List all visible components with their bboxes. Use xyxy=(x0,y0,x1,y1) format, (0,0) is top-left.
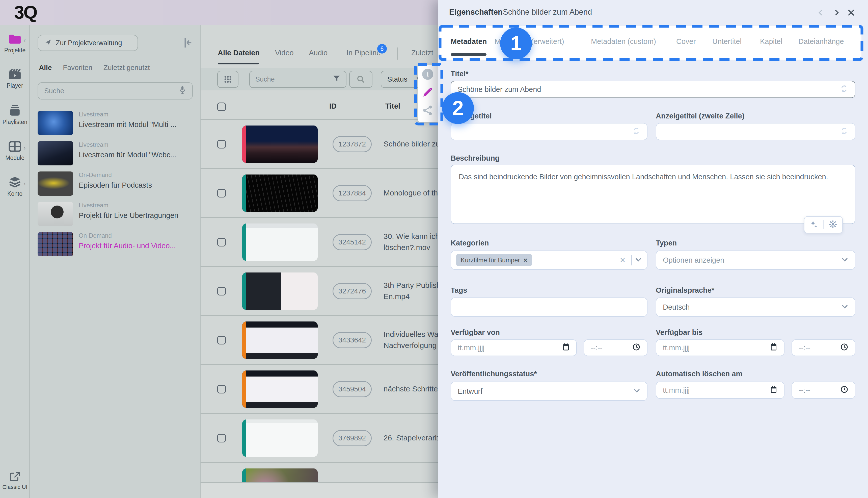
titel-input[interactable]: Schöne bilder zum Abend xyxy=(451,81,855,98)
file-search-input[interactable]: Suche xyxy=(249,71,347,88)
horizontal-scrollbar-track[interactable] xyxy=(201,482,438,498)
tab-in-pipeline[interactable]: In Pipeline xyxy=(347,49,380,57)
verfuegbar-bis-date-input[interactable]: tt.mm.jjjj xyxy=(656,339,785,356)
row-checkbox[interactable] xyxy=(217,238,226,247)
table-row[interactable] xyxy=(201,462,438,482)
tab-audio[interactable]: Audio xyxy=(309,49,327,57)
tab-dateianhaenge[interactable]: Dateianhänge xyxy=(798,37,844,46)
sync-icon[interactable] xyxy=(632,127,640,136)
kategorien-multiselect[interactable]: Kurzfilme für Bumper × × xyxy=(451,250,648,270)
grid-view-button[interactable] xyxy=(217,71,239,88)
clock-icon[interactable] xyxy=(840,343,848,353)
file-title: 30. Wie kann ichlöschen?.mov xyxy=(383,218,438,266)
typen-select[interactable]: Optionen anzeigen xyxy=(656,250,855,270)
row-checkbox[interactable] xyxy=(217,385,226,393)
tab-cover[interactable]: Cover xyxy=(676,37,696,46)
previous-item-button[interactable] xyxy=(815,7,826,18)
column-header-id[interactable]: ID xyxy=(329,102,337,110)
category-chip[interactable]: Kurzfilme für Bumper × xyxy=(456,254,532,266)
chevron-down-icon[interactable] xyxy=(634,387,640,393)
project-management-button[interactable]: Zur Projektverwaltung xyxy=(38,35,138,51)
chevron-left-icon: ‹ xyxy=(24,36,26,44)
next-item-button[interactable] xyxy=(831,7,842,18)
ai-sparkle-icon[interactable] xyxy=(810,220,818,230)
sidebar-item-projekte[interactable]: ‹ Projekte xyxy=(0,33,30,54)
tab-metadaten-custom[interactable]: Metadaten (custom) xyxy=(591,37,656,46)
sidebar-item-player[interactable]: Player xyxy=(0,69,30,89)
clear-selection-icon[interactable]: × xyxy=(620,255,625,265)
verfuegbar-bis-time-input[interactable]: --:-- xyxy=(791,339,855,356)
calendar-icon[interactable] xyxy=(562,343,570,353)
column-header-titel[interactable]: Titel xyxy=(385,102,400,110)
clock-icon[interactable] xyxy=(632,343,640,353)
tab-alle-dateien[interactable]: Alle Dateien xyxy=(218,49,260,57)
list-item[interactable]: Livestream Livestream mit Modul "Multi .… xyxy=(38,110,193,138)
verfuegbar-von-time-input[interactable]: --:-- xyxy=(584,339,648,356)
tab-kapitel[interactable]: Kapitel xyxy=(760,37,783,46)
collapse-panel-icon[interactable] xyxy=(181,37,192,49)
chevron-down-icon[interactable] xyxy=(842,303,848,309)
list-item[interactable]: Livestream Livestream für Modul "Webc... xyxy=(38,140,193,168)
verfuegbar-von-date-input[interactable]: tt.mm.jjjj xyxy=(451,339,577,356)
beschreibung-label: Beschreibung xyxy=(451,154,499,162)
tab-metadaten[interactable]: Metadaten xyxy=(451,37,487,46)
sync-icon[interactable] xyxy=(840,84,848,95)
sidebar-item-playlisten[interactable]: Playlisten xyxy=(0,105,30,126)
project-panel: Zur Projektverwaltung Alle Favoriten Zul… xyxy=(30,25,201,498)
sidebar-item-classic-ui[interactable]: Classic UI xyxy=(0,472,30,490)
sync-icon[interactable] xyxy=(840,127,848,136)
chevron-down-icon[interactable] xyxy=(636,256,641,262)
filter-funnel-icon[interactable] xyxy=(333,75,340,84)
autodelete-date-input[interactable]: tt.mm.jjjj xyxy=(656,382,785,399)
table-row[interactable]: 3245142 30. Wie kann ichlöschen?.mov xyxy=(201,217,438,266)
calendar-icon[interactable] xyxy=(770,343,777,353)
search-button[interactable] xyxy=(349,71,372,88)
status-select[interactable]: Entwurf xyxy=(451,382,648,401)
select-all-checkbox[interactable] xyxy=(217,103,226,111)
tab-video[interactable]: Video xyxy=(275,49,294,57)
tab-untertitel[interactable]: Untertitel xyxy=(712,37,742,46)
calendar-icon[interactable] xyxy=(770,385,777,395)
originalsprache-select[interactable]: Deutsch xyxy=(656,298,855,317)
gear-icon[interactable] xyxy=(829,220,837,230)
row-checkbox[interactable] xyxy=(217,336,226,344)
beschreibung-textarea[interactable]: Das sind beindruckende Bilder von geheim… xyxy=(451,165,855,224)
chevron-down-icon[interactable] xyxy=(842,256,848,262)
row-checkbox[interactable] xyxy=(217,287,226,296)
tags-input[interactable] xyxy=(451,298,648,317)
layers-icon: › xyxy=(9,177,21,189)
table-row[interactable]: 3272476 3th Party PublishEn.mp4 xyxy=(201,266,438,315)
project-search-input[interactable]: Suche xyxy=(38,82,193,100)
list-item-selected[interactable]: On-Demand Projekt für Audio- und Video..… xyxy=(38,231,193,259)
file-title: nächste Schritte xyxy=(383,365,438,413)
autodelete-time-input[interactable]: --:-- xyxy=(791,382,855,399)
table-row[interactable]: 3433642 Individuelles WaNachverfolgung xyxy=(201,315,438,364)
anzeigetitel2-input[interactable] xyxy=(656,123,855,140)
sidebar-item-module[interactable]: › Module xyxy=(0,141,30,161)
tab-alle[interactable]: Alle xyxy=(39,64,52,72)
filter-bar: Suche Status xyxy=(201,68,438,90)
microphone-icon[interactable] xyxy=(179,86,186,96)
chevron-right-icon: › xyxy=(24,180,26,188)
table-row[interactable]: 1237872 Schöne bilder zu xyxy=(201,119,438,168)
table-row[interactable]: 3769892 26. Stapelverarb xyxy=(201,413,438,462)
table-row[interactable]: 1237884 Monologue of th xyxy=(201,168,438,217)
anzeigetitel-input[interactable] xyxy=(451,123,648,140)
share-icon[interactable] xyxy=(422,105,433,117)
table-row[interactable]: 3459504 nächste Schritte xyxy=(201,364,438,413)
clock-icon[interactable] xyxy=(840,385,848,395)
tab-favoriten[interactable]: Favoriten xyxy=(63,64,92,72)
close-icon[interactable] xyxy=(845,7,857,18)
row-checkbox[interactable] xyxy=(217,140,226,148)
edit-pencil-icon[interactable] xyxy=(422,87,434,99)
list-item[interactable]: On-Demand Episoden für Podcasts xyxy=(38,170,193,199)
sidebar-item-konto[interactable]: › Konto xyxy=(0,177,30,197)
tab-zuletzt-genutzt[interactable]: Zuletzt genutzt xyxy=(104,64,150,72)
row-checkbox[interactable] xyxy=(217,189,226,197)
type-color-bar xyxy=(242,322,246,359)
list-item[interactable]: Livestream Projekt für Live Übertragunge… xyxy=(38,201,193,229)
chip-remove-icon[interactable]: × xyxy=(524,256,527,264)
row-checkbox[interactable] xyxy=(217,434,226,443)
tab-zuletzt[interactable]: Zuletzt xyxy=(411,49,433,57)
info-icon[interactable]: i xyxy=(422,69,433,80)
